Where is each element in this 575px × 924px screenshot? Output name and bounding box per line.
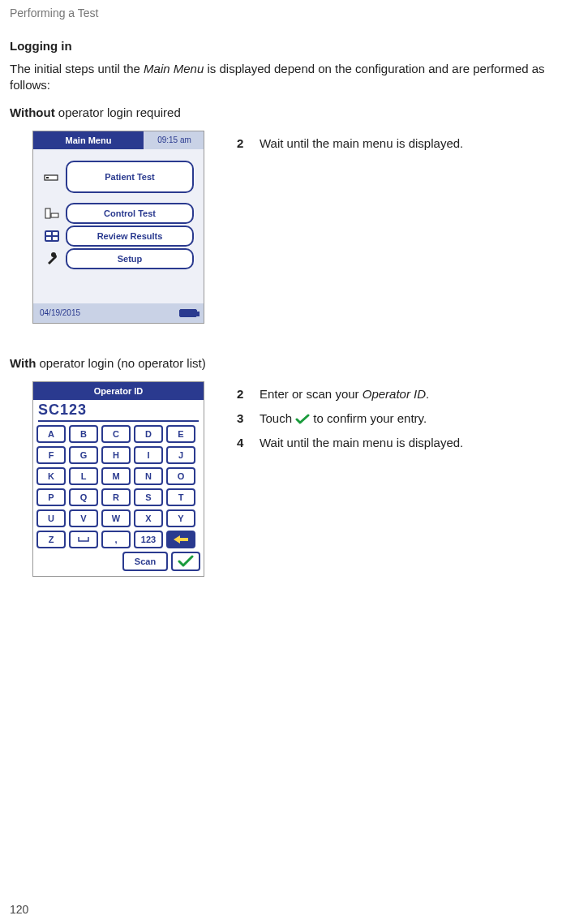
key-c[interactable]: C [101, 425, 131, 443]
subhead-without-rest: operator login required [55, 105, 181, 119]
device2-title: Operator ID [33, 382, 204, 400]
svg-rect-8 [53, 237, 58, 240]
key-backspace[interactable] [166, 531, 195, 548]
row-control-test: Control Test [43, 203, 194, 224]
step-4-with: 4 Wait until the main menu is displayed. [237, 433, 463, 453]
check-icon [295, 414, 310, 425]
key-g[interactable]: G [69, 446, 98, 464]
key-t[interactable]: T [166, 488, 195, 506]
battery-icon [179, 309, 197, 317]
row-setup: Setup [43, 248, 194, 269]
step-3-with: 3 Touch to confirm your entry. [237, 409, 463, 428]
step-num: 3 [237, 409, 248, 428]
key-w[interactable]: W [101, 509, 131, 527]
svg-rect-2 [45, 208, 50, 218]
steps-without: 2 Wait until the main menu is displayed. [237, 131, 463, 158]
key-b[interactable]: B [69, 425, 98, 443]
t: Enter or scan your [260, 387, 363, 401]
intro-text-1: The initial steps until the [10, 62, 144, 75]
control-test-button[interactable]: Control Test [66, 203, 194, 224]
key-r[interactable]: R [101, 488, 131, 506]
setup-button[interactable]: Setup [66, 248, 194, 269]
t: Touch [260, 411, 295, 425]
review-results-button[interactable]: Review Results [66, 226, 194, 247]
svg-rect-7 [46, 237, 51, 240]
key-e[interactable]: E [166, 425, 195, 443]
subhead-without: Without operator login required [10, 105, 565, 119]
step-2-without: 2 Wait until the main menu is displayed. [237, 134, 463, 153]
keyboard: A B C D E F G H I J K L M N O P [33, 422, 204, 576]
intro-paragraph: The initial steps until the Main Menu is… [10, 61, 565, 94]
svg-rect-5 [46, 232, 51, 235]
results-icon [43, 227, 61, 245]
device-operator-id: Operator ID SC123 A B C D E F G H I J K … [32, 381, 204, 577]
key-d[interactable]: D [134, 425, 163, 443]
section-title: Logging in [10, 39, 565, 53]
vial-icon [43, 204, 61, 222]
operator-id-field[interactable]: SC123 [38, 402, 199, 422]
kb-row-5: U V W X Y [36, 509, 200, 527]
row-patient-test: Patient Test [43, 161, 194, 193]
step-num: 2 [237, 385, 248, 404]
key-z[interactable]: Z [36, 531, 66, 548]
key-h[interactable]: H [101, 446, 131, 464]
key-p[interactable]: P [36, 488, 66, 506]
key-n[interactable]: N [134, 467, 163, 485]
step-2-with: 2 Enter or scan your Operator ID. [237, 385, 463, 404]
device1-titlebar: Main Menu 09:15 am [33, 131, 204, 149]
key-o[interactable]: O [166, 467, 195, 485]
strip-icon [43, 168, 61, 186]
device1-footer: 04/19/2015 [33, 303, 204, 323]
key-v[interactable]: V [69, 509, 98, 527]
running-header: Performing a Test [10, 6, 565, 19]
key-l[interactable]: L [69, 467, 98, 485]
device1-time: 09:15 am [145, 131, 204, 149]
key-m[interactable]: M [101, 467, 131, 485]
step-text: Touch to confirm your entry. [260, 409, 427, 428]
kb-row-4: P Q R S T [36, 488, 200, 506]
device1-title: Main Menu [33, 131, 145, 149]
subhead-with-bold: With [10, 356, 36, 370]
key-space[interactable] [69, 531, 98, 548]
row-review-results: Review Results [43, 226, 194, 247]
operator-id-em: Operator ID [363, 387, 426, 401]
key-j[interactable]: J [166, 446, 195, 464]
step-num: 4 [237, 433, 248, 453]
kb-bottom-row: Scan [36, 552, 200, 571]
wrench-icon [43, 250, 61, 268]
key-y[interactable]: Y [166, 509, 195, 527]
t: to confirm your entry. [310, 411, 427, 425]
key-x[interactable]: X [134, 509, 163, 527]
t: . [426, 387, 429, 401]
backspace-arrow-icon [172, 534, 190, 545]
device1-body: Patient Test Control Test Review Results [33, 149, 204, 303]
svg-rect-1 [46, 177, 49, 178]
key-f[interactable]: F [36, 446, 66, 464]
check-icon [178, 555, 194, 568]
intro-main-menu-em: Main Menu [144, 62, 204, 75]
kb-row-1: A B C D E [36, 425, 200, 443]
subhead-without-bold: Without [10, 105, 55, 119]
space-icon [77, 535, 90, 544]
step-text: Wait until the main menu is displayed. [260, 134, 463, 153]
key-s[interactable]: S [134, 488, 163, 506]
subhead-with: With operator login (no operator list) [10, 356, 565, 370]
key-123[interactable]: 123 [134, 531, 163, 548]
step-num: 2 [237, 134, 248, 153]
patient-test-button[interactable]: Patient Test [66, 161, 194, 193]
svg-rect-3 [51, 213, 58, 217]
key-a[interactable]: A [36, 425, 66, 443]
page-number: 120 [10, 903, 28, 916]
scan-button[interactable]: Scan [122, 552, 168, 571]
key-comma[interactable]: , [101, 531, 131, 548]
key-u[interactable]: U [36, 509, 66, 527]
device1-date: 04/19/2015 [40, 308, 80, 317]
confirm-button[interactable] [171, 552, 200, 571]
key-k[interactable]: K [36, 467, 66, 485]
step-text: Wait until the main menu is displayed. [260, 433, 463, 453]
block-with-login: Operator ID SC123 A B C D E F G H I J K … [10, 381, 565, 577]
kb-row-6: Z , 123 [36, 531, 200, 548]
svg-rect-6 [53, 232, 58, 235]
key-i[interactable]: I [134, 446, 163, 464]
key-q[interactable]: Q [69, 488, 98, 506]
